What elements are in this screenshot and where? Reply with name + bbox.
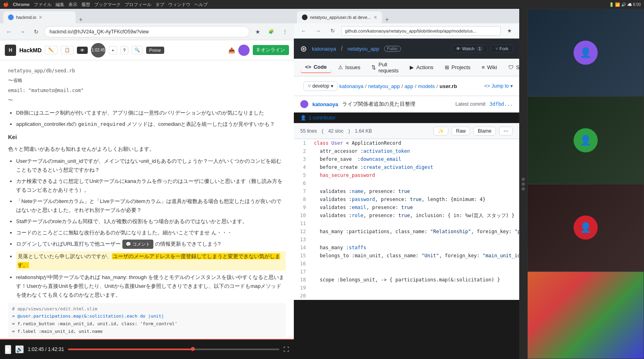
commit-hash-link[interactable]: 3dfbd...: [489, 101, 513, 107]
commit-message: ライブ関係者追加の見た目整理: [342, 101, 451, 108]
github-close-icon[interactable]: ✕: [374, 15, 377, 20]
sidebar-dot-2: [522, 183, 525, 186]
online-count-btn[interactable]: 8 オンライン: [253, 45, 289, 55]
copy-btn[interactable]: 📋: [61, 46, 74, 54]
breadcrumb-models[interactable]: models: [418, 83, 435, 89]
view-btn[interactable]: 👁: [77, 47, 88, 54]
nav-security[interactable]: 🛡 Security: [504, 62, 519, 73]
help-btn[interactable]: ?: [120, 46, 128, 54]
menu-bookmarks[interactable]: ブックマーク: [94, 2, 121, 8]
bullet-kei-5: コードのところどこに無駄な改行があるのが気になりました。細かいことですませ ん・…: [16, 228, 286, 237]
apple-icon[interactable]: 🍎: [3, 2, 9, 7]
gh-forward-btn[interactable]: →: [312, 25, 324, 37]
address-text: hackmd.io/@hJV24a_QK-AyTFKcfO59w?view: [50, 29, 149, 35]
progress-bar[interactable]: [68, 349, 279, 350]
edit-btn[interactable]: ✏️: [45, 46, 58, 54]
play-button[interactable]: ▶: [5, 345, 11, 354]
nav-pullrequests[interactable]: ⇅ Pull requests: [367, 59, 403, 76]
extensions-btn[interactable]: 🧩: [266, 26, 277, 37]
code-line-7: 7 validates :name, presence: true: [294, 187, 519, 195]
contributor-count[interactable]: 1 contributor: [309, 115, 336, 121]
file-path-abbrev: 〜省略: [8, 76, 286, 84]
search-btn[interactable]: 🔍: [132, 46, 143, 54]
nav-code[interactable]: <> Code: [300, 62, 332, 73]
fork-button[interactable]: ⑂ Fork: [491, 45, 513, 53]
blame-btn[interactable]: Blame: [473, 127, 496, 135]
code-line-3: = f.label :main_unit_id, unit.name: [12, 328, 282, 336]
github-tab-label: netatyou_app/user.rb at deve...: [310, 15, 371, 20]
menu-profile[interactable]: プロフィール: [125, 2, 151, 8]
menu-view[interactable]: 表示: [68, 2, 77, 8]
gh-address-bar[interactable]: github.com/katonaoya/netatyou_app/blob/d…: [341, 26, 501, 36]
new-tab-btn[interactable]: +: [76, 16, 86, 23]
reload-btn[interactable]: ↻: [31, 26, 42, 37]
avatar-btn[interactable]: [238, 45, 250, 56]
hackmd-logo[interactable]: H: [5, 45, 16, 56]
gh-reload-btn[interactable]: ↻: [327, 25, 338, 37]
close-tab-icon[interactable]: ✕: [39, 15, 42, 20]
menu-edit[interactable]: 編集: [56, 2, 64, 8]
commit-avatar: [300, 100, 308, 108]
raw-btn[interactable]: Raw: [452, 127, 470, 135]
bullet-kei-1: Userテーブルのmain_unit_idですが、メインではないunit_idも…: [16, 157, 286, 174]
code-line-11: 11: [294, 220, 519, 228]
github-tab[interactable]: netatyou_app/user.rb at deve... ✕: [297, 11, 382, 23]
file-size: 1.64 KB: [355, 128, 372, 134]
branch-selector[interactable]: ⑂ develop ▾: [303, 81, 338, 91]
code-line-20: 20: [294, 292, 519, 300]
intro-text: 色々と間違いがあるかも知れませんがよろしくお願いします。: [8, 145, 286, 154]
github-new-tab-btn[interactable]: +: [382, 16, 392, 23]
fullscreen-icon[interactable]: ⛶: [283, 346, 289, 353]
comment-popup[interactable]: 💬 コメント: [122, 240, 153, 249]
prime-badge: Prime: [146, 47, 164, 54]
address-bar[interactable]: hackmd.io/@hJV24a_QK-AyTFKcfO59w?view: [44, 26, 250, 37]
gh-star-btn[interactable]: ★: [504, 25, 515, 37]
breadcrumb-app[interactable]: app: [405, 83, 413, 89]
branch-icon: ⑂: [308, 83, 311, 89]
add-btn[interactable]: +: [109, 46, 117, 54]
code-line-17: 17: [294, 268, 519, 276]
sparkle-btn[interactable]: ✨: [433, 127, 448, 135]
section-kei: Kei: [8, 133, 286, 142]
file-lines-count: 55 lines: [300, 128, 317, 134]
nav-wiki[interactable]: ≡ Wiki: [477, 62, 502, 73]
participant-2: 👤: [527, 96, 644, 184]
bullet-list-kei: Userテーブルのmain_unit_idですが、メインではないunit_idも…: [8, 157, 286, 300]
jump-label: Jump to: [491, 83, 509, 89]
code-block-area: # app/views/users/edit.html.slim = @user…: [8, 303, 286, 338]
bookmark-btn[interactable]: ★: [252, 26, 263, 37]
bullet-kei-4: Staffテーブルのroleカラムも同様で、1人が複数の役割をもつ場合があるので…: [16, 217, 286, 226]
jump-to-btn[interactable]: <> Jump to ▾: [484, 83, 513, 89]
bullet-kei-7: 見落としていたら申し訳ないのですが、ユーザのメールアドレスを一度登録してしまうと…: [16, 251, 286, 271]
nav-actions[interactable]: ▶ Actions: [405, 62, 438, 73]
watch-count: 1: [476, 46, 483, 51]
menu-tab[interactable]: タブ: [155, 2, 164, 8]
forward-btn[interactable]: →: [17, 26, 28, 37]
tab-label: hackmd.io: [16, 15, 36, 20]
breadcrumb-repo[interactable]: netatyou_app: [368, 83, 400, 89]
menu-btn[interactable]: ⋮: [279, 26, 291, 37]
commit-username[interactable]: katonaoya: [312, 101, 338, 107]
code-line-19: 19: [294, 284, 519, 292]
code-line-8: 8 validates :password, presence: true, l…: [294, 195, 519, 203]
breadcrumb-sep-2: /: [401, 83, 403, 89]
fork-icon: ⑂: [495, 46, 498, 51]
breadcrumb-owner[interactable]: katonaoya: [339, 83, 363, 89]
repo-owner-link[interactable]: katonaoya: [312, 46, 336, 52]
volume-button[interactable]: 🔊: [15, 345, 24, 353]
repo-name-link[interactable]: netatyou_app: [347, 46, 379, 52]
menu-window[interactable]: ウィンドウ: [168, 2, 190, 8]
menu-history[interactable]: 履歴: [81, 2, 90, 8]
hackmd-tab[interactable]: hackmd.io ✕: [3, 11, 76, 23]
back-btn[interactable]: ←: [3, 26, 14, 37]
watch-button[interactable]: 👁 Watch 1: [452, 45, 488, 53]
more-file-actions-btn[interactable]: ⋯: [499, 127, 513, 135]
gh-back-btn[interactable]: ←: [298, 25, 309, 37]
menu-help[interactable]: ヘルプ: [194, 2, 208, 8]
bullet-kei-6: ログインしていればURL直打ちで他ユーザー💬 コメントの情報更新もできてしまう?: [16, 240, 286, 249]
menu-file[interactable]: ファイル: [34, 2, 52, 8]
nav-issues[interactable]: ⚠ Issues: [333, 62, 365, 73]
nav-projects[interactable]: ⊞ Projects: [440, 62, 475, 73]
code-line-4: 4 before_create :create_activation_diges…: [294, 163, 519, 171]
share-btn[interactable]: 📤: [228, 47, 235, 53]
